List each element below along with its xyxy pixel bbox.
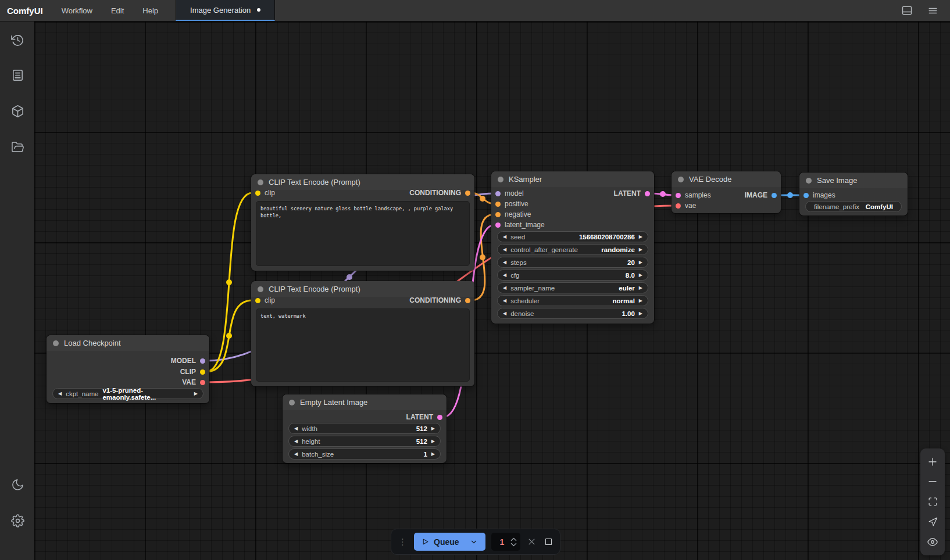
node-ksampler[interactable]: KSampler model positive negative latent_… (491, 171, 654, 324)
widget-seed[interactable]: ◀ seed 156680208700286 ▶ (497, 231, 648, 242)
fit-view-icon[interactable] (926, 495, 940, 509)
collapse-dot[interactable] (258, 180, 263, 185)
zoom-out-icon[interactable] (926, 475, 940, 489)
input-clip[interactable]: clip (255, 295, 275, 306)
latent-port-dot[interactable] (676, 193, 681, 198)
increment-arrow-icon[interactable]: ▶ (639, 311, 642, 316)
drag-handle-icon[interactable]: ⋮ (397, 537, 408, 546)
input-vae[interactable]: vae (676, 200, 696, 211)
output-image[interactable]: IMAGE (745, 190, 777, 200)
decrement-arrow-icon[interactable]: ◀ (503, 235, 506, 239)
widget-scheduler[interactable]: ◀ scheduler normal ▶ (497, 295, 648, 306)
decrement-arrow-icon[interactable]: ◀ (294, 452, 298, 457)
decrement-arrow-icon[interactable]: ◀ (503, 273, 506, 278)
stop-icon[interactable] (543, 536, 554, 548)
increment-arrow-icon[interactable]: ▶ (431, 426, 435, 431)
widget-batch-size[interactable]: ◀ batch_size 1 ▶ (288, 448, 441, 460)
vae-port-dot[interactable] (200, 380, 205, 385)
increment-arrow-icon[interactable]: ▶ (639, 235, 642, 239)
node-vae-decode[interactable]: VAE Decode samples vae IMAGE (672, 171, 781, 213)
unsaved-changes-dot[interactable] (257, 8, 260, 12)
node-title-bar[interactable]: Load Checkpoint (47, 335, 209, 351)
output-conditioning[interactable]: CONDITIONING (409, 188, 470, 198)
widget-denoise[interactable]: ◀ denoise 1.00 ▶ (497, 308, 648, 319)
conditioning-port-dot[interactable] (495, 212, 501, 217)
menu-workflow[interactable]: Workflow (52, 0, 102, 21)
output-latent[interactable]: LATENT (406, 412, 442, 422)
decrement-arrow-icon[interactable]: ◀ (503, 286, 506, 290)
clip-port-dot[interactable] (200, 369, 205, 375)
collapse-dot[interactable] (806, 178, 812, 184)
widget-filename-prefix[interactable]: filename_prefix ComfyUI (805, 201, 902, 212)
increment-arrow-icon[interactable]: ▶ (639, 247, 642, 252)
input-clip[interactable]: clip (255, 188, 275, 198)
step-up-icon[interactable] (510, 537, 517, 541)
clip-port-dot[interactable] (255, 191, 260, 196)
queue-options-chevron-icon[interactable] (470, 538, 478, 546)
queue-history-icon[interactable] (10, 33, 25, 48)
settings-gear-icon[interactable] (10, 513, 25, 528)
output-vae[interactable]: VAE (182, 377, 205, 387)
input-images[interactable]: images (803, 190, 835, 200)
node-clip-text-encode-negative[interactable]: CLIP Text Encode (Prompt) clip CONDITION… (251, 281, 474, 386)
widget-cfg[interactable]: ◀ cfg 8.0 ▶ (497, 270, 648, 281)
toggle-link-visibility-icon[interactable] (926, 535, 940, 549)
increment-arrow-icon[interactable]: ▶ (639, 273, 642, 278)
input-model[interactable]: model (495, 188, 524, 199)
decrement-arrow-icon[interactable]: ◀ (294, 426, 298, 431)
latent-port-dot[interactable] (495, 222, 501, 228)
collapse-dot[interactable] (678, 177, 684, 182)
collapse-dot[interactable] (289, 400, 295, 405)
toggle-bottom-panel-icon[interactable] (900, 3, 914, 17)
hamburger-menu-icon[interactable] (926, 3, 940, 17)
theme-toggle-moon-icon[interactable] (10, 477, 25, 492)
clip-port-dot[interactable] (255, 298, 260, 303)
decrement-arrow-icon[interactable]: ◀ (503, 260, 506, 265)
widget-width[interactable]: ◀ width 512 ▶ (288, 423, 441, 434)
node-load-checkpoint[interactable]: Load Checkpoint MODEL CLIP VAE ◀ ckpt_na… (47, 335, 209, 403)
collapse-dot[interactable] (53, 340, 59, 346)
increment-arrow-icon[interactable]: ▶ (431, 452, 435, 457)
app-logo[interactable]: ComfyUI (0, 0, 52, 21)
increment-arrow-icon[interactable]: ▶ (639, 286, 642, 290)
decrement-arrow-icon[interactable]: ◀ (58, 392, 62, 396)
node-clip-text-encode-positive[interactable]: CLIP Text Encode (Prompt) clip CONDITION… (251, 174, 474, 271)
increment-arrow-icon[interactable]: ▶ (431, 439, 435, 444)
menu-edit[interactable]: Edit (102, 0, 133, 21)
vae-port-dot[interactable] (676, 203, 681, 209)
node-title-bar[interactable]: CLIP Text Encode (Prompt) (251, 281, 474, 297)
model-port-dot[interactable] (495, 191, 501, 196)
latent-port-dot[interactable] (437, 415, 442, 420)
positive-prompt-textarea[interactable]: beautiful scenery nature glass bottle la… (256, 201, 470, 266)
step-down-icon[interactable] (510, 543, 517, 547)
input-positive[interactable]: positive (495, 199, 528, 209)
clear-queue-icon[interactable] (526, 536, 537, 548)
increment-arrow-icon[interactable]: ▶ (639, 260, 642, 265)
conditioning-port-dot[interactable] (465, 298, 470, 303)
increment-arrow-icon[interactable]: ▶ (194, 392, 198, 396)
image-port-dot[interactable] (803, 193, 809, 198)
batch-count-input[interactable]: 1 (491, 533, 520, 551)
decrement-arrow-icon[interactable]: ◀ (503, 299, 506, 303)
queue-button[interactable]: Queue (414, 533, 485, 551)
output-model[interactable]: MODEL (171, 356, 205, 366)
select-mode-icon[interactable] (926, 515, 940, 529)
conditioning-port-dot[interactable] (465, 191, 470, 196)
tab-image-generation[interactable]: Image Generation (176, 0, 275, 21)
widget-sampler-name[interactable]: ◀ sampler_name euler ▶ (497, 282, 648, 293)
decrement-arrow-icon[interactable]: ◀ (503, 247, 506, 252)
node-empty-latent-image[interactable]: Empty Latent Image LATENT ◀ width 512 ▶ … (283, 394, 447, 463)
output-conditioning[interactable]: CONDITIONING (409, 295, 470, 306)
input-negative[interactable]: negative (495, 209, 531, 220)
batch-count-value[interactable]: 1 (500, 537, 505, 547)
node-title-bar[interactable]: KSampler (491, 171, 654, 187)
node-title-bar[interactable]: Save Image (799, 173, 908, 188)
workflows-folder-icon[interactable] (10, 139, 25, 155)
collapse-dot[interactable] (258, 286, 263, 292)
menu-help[interactable]: Help (133, 0, 167, 21)
widget-steps[interactable]: ◀ steps 20 ▶ (497, 257, 648, 268)
model-library-icon[interactable] (10, 103, 25, 119)
decrement-arrow-icon[interactable]: ◀ (503, 311, 506, 316)
model-port-dot[interactable] (200, 358, 205, 364)
input-samples[interactable]: samples (676, 190, 711, 200)
